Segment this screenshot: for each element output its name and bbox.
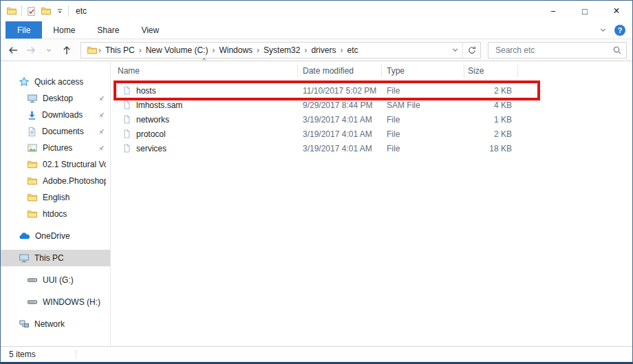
file-row-protocol[interactable]: protocol3/19/2017 4:01 AMFile2 KB	[111, 127, 632, 141]
forward-button[interactable]	[23, 42, 39, 58]
explorer-window: etc − □ × File Home Share View ? ›This P…	[0, 0, 633, 364]
drive-icon	[27, 275, 38, 286]
status-bar: 5 items	[1, 346, 632, 362]
pin-icon	[97, 111, 106, 120]
breadcrumb-item[interactable]: Windows	[215, 45, 256, 55]
main-area: Quick accessDesktopDownloadsDocumentsPic…	[1, 61, 632, 346]
maximize-button[interactable]: □	[569, 1, 601, 21]
toolbar-separator	[21, 6, 22, 17]
window-controls: − □ ×	[537, 1, 632, 21]
tab-home[interactable]: Home	[42, 21, 86, 39]
breadcrumb-item[interactable]: drivers	[308, 45, 339, 55]
file-size: 18 KB	[464, 144, 518, 153]
folder-icon	[27, 208, 38, 220]
navigation-pane: Quick accessDesktopDownloadsDocumentsPic…	[1, 61, 111, 346]
sidebar-item-onedrive[interactable]: OneDrive	[1, 228, 110, 244]
column-header-name[interactable]: Name ^	[111, 65, 298, 78]
breadcrumb-item[interactable]: etc	[343, 45, 361, 55]
file-row-hosts[interactable]: hosts11/10/2017 5:02 PMFile2 KB	[111, 83, 632, 98]
file-list-pane: Name ^ Date modified Type Size hosts11/1…	[111, 61, 632, 346]
help-icon[interactable]: ?	[614, 25, 625, 36]
ribbon-tab-bar: File Home Share View ?	[1, 21, 632, 39]
file-size: 1 KB	[464, 115, 518, 125]
sidebar-item-label: English	[43, 193, 69, 202]
sidebar-item-quick-access[interactable]: Quick access	[1, 74, 110, 90]
back-button[interactable]	[5, 42, 21, 58]
recent-locations-icon[interactable]	[41, 42, 57, 58]
customize-toolbar-arrow-icon[interactable]	[56, 7, 64, 15]
drive-icon	[27, 297, 38, 308]
quick-access-toolbar	[1, 6, 69, 17]
sidebar-item-label: UUI (G:)	[43, 275, 74, 285]
file-icon	[122, 129, 131, 139]
properties-icon[interactable]	[26, 6, 36, 17]
tab-view[interactable]: View	[130, 21, 170, 39]
items-count: 5 items	[9, 350, 36, 359]
file-row-networks[interactable]: networks3/19/2017 4:01 AMFile1 KB	[111, 112, 632, 127]
monitor-icon	[27, 93, 38, 104]
sidebar-item-label: OneDrive	[35, 231, 70, 241]
sidebar-item-label: htdocs	[43, 209, 67, 219]
breadcrumb: ›This PC›New Volume (C:)›Windows›System3…	[81, 45, 447, 56]
sidebar-item-network[interactable]: Network	[1, 316, 110, 332]
sidebar-item-label: Adobe.Photoshop.L	[43, 176, 106, 186]
sidebar-item-downloads[interactable]: Downloads	[1, 107, 110, 123]
file-row-services[interactable]: services3/19/2017 4:01 AMFile18 KB	[111, 141, 632, 156]
sidebar-item-windows-h[interactable]: WINDOWS (H:)	[1, 294, 110, 310]
search-icon[interactable]	[612, 45, 622, 55]
file-date-modified: 3/19/2017 4:01 AM	[298, 144, 382, 153]
sidebar-item-label: Pictures	[43, 143, 72, 153]
sidebar-item-htdocs[interactable]: htdocs	[1, 206, 110, 222]
title-bar: etc − □ ×	[1, 1, 632, 21]
sidebar-item-label: Desktop	[43, 94, 73, 103]
sidebar-item-pictures[interactable]: Pictures	[1, 140, 110, 156]
monitor-icon	[19, 253, 30, 264]
breadcrumb-item[interactable]: New Volume (C:)	[142, 45, 212, 55]
up-button[interactable]	[58, 42, 75, 58]
document-icon	[27, 127, 37, 137]
breadcrumb-item[interactable]: This PC	[102, 45, 138, 55]
sidebar-item-documents[interactable]: Documents	[1, 123, 110, 140]
address-bar[interactable]: ›This PC›New Volume (C:)›Windows›System3…	[81, 42, 481, 58]
file-name: hosts	[136, 86, 156, 96]
sidebar-item-this-pc[interactable]: This PC	[1, 250, 110, 266]
search-box	[488, 42, 627, 58]
star-icon	[19, 76, 30, 87]
refresh-icon[interactable]	[462, 43, 480, 58]
tab-share[interactable]: Share	[86, 21, 130, 39]
sidebar-item-label: Documents	[42, 127, 84, 136]
file-icon	[122, 114, 131, 125]
sidebar-item-label: Quick access	[34, 77, 83, 87]
sidebar-item-desktop[interactable]: Desktop	[1, 90, 110, 107]
column-header-label: Name	[118, 66, 140, 76]
expand-ribbon-icon[interactable]	[599, 25, 608, 34]
window-title: etc	[76, 6, 87, 16]
close-button[interactable]: ×	[601, 1, 632, 21]
download-icon	[27, 110, 37, 120]
column-header-date-modified[interactable]: Date modified	[298, 65, 382, 78]
file-type: File	[382, 129, 464, 139]
sidebar-item-label: Network	[34, 319, 65, 329]
file-row-lmhosts.sam[interactable]: lmhosts.sam9/29/2017 8:44 PMSAM File4 KB	[111, 98, 632, 112]
breadcrumb-item[interactable]: System32	[260, 45, 303, 55]
sort-ascending-icon: ^	[202, 57, 206, 65]
sidebar-item-02-1-structural-vowe[interactable]: 02.1 Structural Vowe	[1, 156, 110, 173]
column-header-type[interactable]: Type	[382, 65, 464, 78]
sidebar-item-english[interactable]: English	[1, 189, 110, 206]
file-icon	[122, 100, 131, 110]
sidebar-item-adobe-photoshop-l[interactable]: Adobe.Photoshop.L	[1, 173, 110, 189]
column-header-size[interactable]: Size	[464, 65, 518, 78]
tab-file[interactable]: File	[6, 21, 42, 39]
minimize-button[interactable]: −	[537, 1, 569, 21]
sidebar-item-uui-g[interactable]: UUI (G:)	[1, 272, 110, 288]
file-name: lmhosts.sam	[136, 100, 182, 110]
file-rows: hosts11/10/2017 5:02 PMFile2 KBlmhosts.s…	[111, 83, 632, 156]
file-date-modified: 11/10/2017 5:02 PM	[298, 86, 382, 96]
file-name: services	[136, 144, 167, 153]
new-folder-icon[interactable]	[41, 6, 52, 17]
file-date-modified: 3/19/2017 4:01 AM	[298, 129, 382, 139]
column-header-label: Type	[387, 66, 405, 76]
search-input[interactable]	[494, 45, 612, 56]
sidebar-item-label: 02.1 Structural Vowe	[43, 160, 106, 169]
address-dropdown-icon[interactable]	[447, 43, 462, 58]
